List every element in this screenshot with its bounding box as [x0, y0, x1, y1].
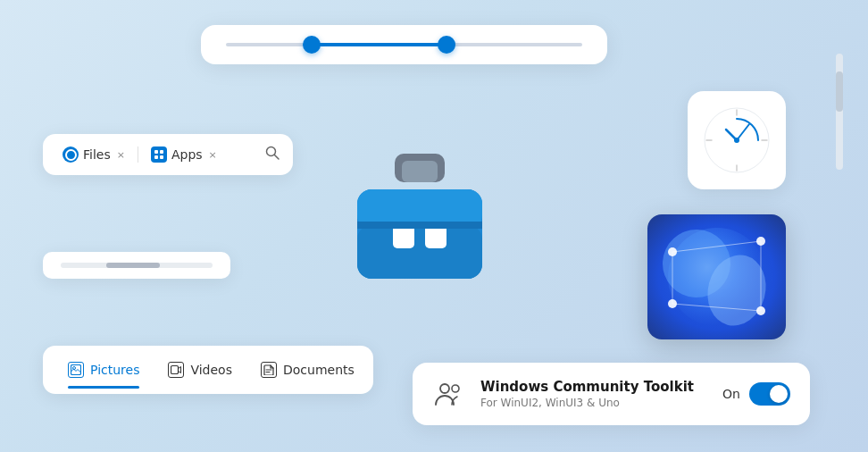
- slider-track[interactable]: [226, 43, 582, 46]
- pictures-label: Pictures: [90, 363, 139, 377]
- tab-files[interactable]: Files ×: [55, 143, 132, 166]
- range-slider-widget: [201, 25, 607, 64]
- navigation-tabs: Pictures Videos Documents: [43, 346, 373, 394]
- documents-icon: [261, 362, 277, 378]
- community-icon: [432, 377, 466, 411]
- svg-rect-8: [402, 161, 438, 182]
- toggle-area: On: [722, 382, 790, 406]
- svg-point-35: [440, 384, 449, 393]
- search-icon[interactable]: [264, 145, 280, 164]
- svg-rect-4: [171, 366, 179, 374]
- files-icon: [63, 146, 79, 163]
- slider-fill: [312, 43, 447, 46]
- videos-icon: [168, 362, 184, 378]
- scrollbar-thumb[interactable]: [106, 263, 160, 268]
- tab-bar: Files × Apps ×: [43, 134, 293, 175]
- clock-face: [701, 105, 772, 176]
- svg-point-36: [452, 385, 459, 392]
- toolkit-subtitle: For WinUI2, WinUI3 & Uno: [480, 397, 708, 409]
- wallpaper-widget: [647, 214, 786, 339]
- tab-apps[interactable]: Apps ×: [144, 143, 224, 166]
- tab-files-close[interactable]: ×: [117, 150, 125, 160]
- toolkit-text-block: Windows Community Toolkit For WinUI2, Wi…: [480, 379, 708, 409]
- vertical-scrollbar-thumb[interactable]: [836, 71, 843, 112]
- videos-label: Videos: [190, 363, 232, 377]
- toolkit-notification: Windows Community Toolkit For WinUI2, Wi…: [413, 363, 810, 425]
- svg-rect-14: [357, 222, 482, 229]
- apps-icon: [151, 146, 167, 163]
- nav-tab-videos[interactable]: Videos: [155, 355, 245, 385]
- nav-tab-documents[interactable]: Documents: [248, 355, 367, 385]
- slider-thumb-left[interactable]: [303, 36, 321, 54]
- briefcase-icon: [313, 107, 527, 322]
- tab-apps-close[interactable]: ×: [209, 150, 217, 160]
- toggle-thumb: [770, 385, 788, 403]
- toggle-on-label: On: [722, 387, 740, 401]
- slider-thumb-right[interactable]: [438, 36, 455, 54]
- horizontal-scrollbar-widget: [43, 252, 230, 279]
- pictures-icon: [68, 362, 84, 378]
- toggle-switch[interactable]: [749, 382, 790, 406]
- svg-point-22: [734, 138, 739, 143]
- clock-widget: [688, 91, 786, 189]
- svg-rect-11: [357, 225, 482, 279]
- nav-tab-pictures[interactable]: Pictures: [55, 355, 152, 385]
- vertical-scrollbar[interactable]: [836, 54, 843, 170]
- tab-apps-label: Apps: [171, 147, 203, 162]
- scrollbar-track[interactable]: [61, 263, 213, 268]
- tab-files-label: Files: [83, 147, 111, 162]
- toolkit-title: Windows Community Toolkit: [480, 379, 708, 395]
- documents-label: Documents: [283, 363, 355, 377]
- svg-line-1: [275, 155, 280, 160]
- tab-divider: [138, 146, 138, 163]
